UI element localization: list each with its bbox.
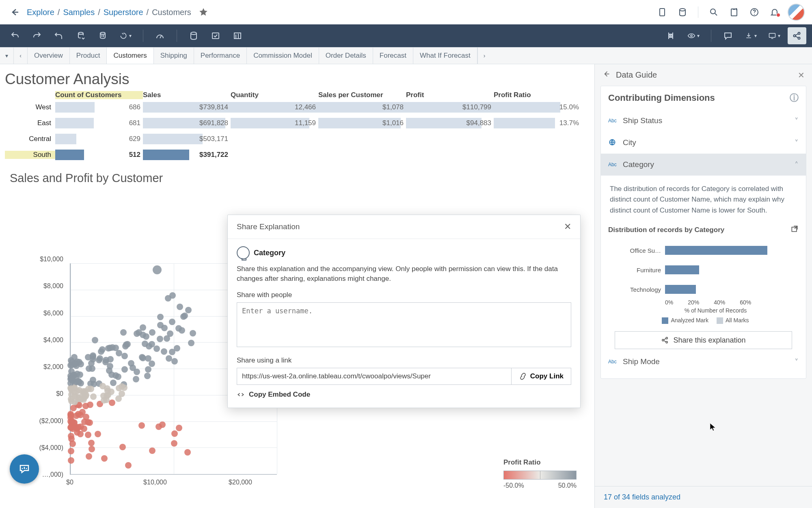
svg-point-1: [680, 9, 685, 11]
dimension-row[interactable]: Abc Ship Status ˅: [608, 110, 799, 132]
tab-commission-model[interactable]: Commission Model: [247, 48, 319, 64]
breadcrumb-explore[interactable]: Explore: [27, 8, 54, 17]
panel-close-icon[interactable]: ✕: [798, 70, 805, 80]
svg-point-8: [191, 32, 197, 35]
dashboard-title: Customer Analysis: [0, 64, 594, 91]
tabstrip: ▾ ‹ OverviewProductCustomersShippingPerf…: [0, 47, 812, 64]
profit-ratio-title: Profit Ratio: [503, 458, 577, 467]
back-icon[interactable]: [7, 5, 22, 20]
tab-overview[interactable]: Overview: [28, 48, 70, 64]
chevron-down-icon: ˅: [795, 357, 799, 367]
mini-bar-chart[interactable]: Office Su… Furniture Technology 0%20%40%…: [612, 241, 799, 324]
tab-forecast[interactable]: Forecast: [373, 48, 413, 64]
kpi-col-header[interactable]: Count of Customers: [55, 91, 143, 99]
data-guide-panel: Data Guide ✕ Contributing Dimensions ⓘ A…: [594, 64, 812, 508]
kpi-table: Count of CustomersSalesQuantitySales per…: [0, 91, 594, 163]
share-link-input[interactable]: [237, 368, 512, 385]
watch-icon[interactable]: ▾: [683, 27, 704, 44]
database-icon[interactable]: [675, 5, 690, 20]
breadcrumb-samples[interactable]: Samples: [63, 8, 95, 17]
kpi-col-header[interactable]: Sales: [143, 91, 231, 99]
share-icon[interactable]: [788, 27, 806, 44]
notifications-icon[interactable]: [767, 5, 782, 20]
profit-ratio-legend: Profit Ratio -50.0%50.0%: [503, 458, 577, 489]
kpi-col-header[interactable]: Quantity: [231, 91, 318, 99]
redo-icon[interactable]: [28, 27, 46, 44]
mini-chart-title: Distribution of records by Category: [608, 226, 724, 234]
kpi-col-header[interactable]: Profit Ratio: [494, 91, 581, 99]
chevron-down-icon: ˅: [795, 138, 799, 148]
kpi-row[interactable]: East681$691,82811,159$1,016$94,88313.7%: [5, 115, 590, 131]
undo-icon[interactable]: [6, 27, 24, 44]
tab-shipping[interactable]: Shipping: [154, 48, 194, 64]
dialog-title: Share Explanation: [237, 222, 300, 231]
kpi-col-header[interactable]: Sales per Customer: [318, 91, 406, 99]
tablet-icon[interactable]: [655, 5, 669, 20]
close-icon[interactable]: ✕: [564, 221, 571, 232]
data-source-icon[interactable]: [184, 27, 203, 44]
search-icon[interactable]: [706, 5, 721, 20]
svg-rect-0: [660, 9, 665, 16]
breadcrumb: Explore/ Samples/ Superstore/ Customers: [27, 8, 191, 17]
dimension-label: Ship Status: [623, 116, 662, 125]
svg-rect-14: [769, 33, 775, 37]
device-layout-icon[interactable]: ▾: [764, 27, 784, 44]
revert-icon[interactable]: [50, 27, 68, 44]
kpi-col-header[interactable]: Profit: [406, 91, 494, 99]
category-heading: Category: [254, 249, 285, 257]
tabs-scroll-right-icon[interactable]: ›: [477, 48, 491, 64]
dimension-label: Category: [623, 160, 654, 169]
breadcrumb-current: Customers: [152, 8, 191, 17]
open-viz-icon[interactable]: [790, 225, 799, 235]
svg-rect-10: [234, 33, 241, 39]
kpi-row[interactable]: West686$739,81412,466$1,078$110,79915.0%: [5, 99, 590, 115]
tasks-icon[interactable]: [727, 5, 741, 20]
favorite-star-icon[interactable]: [196, 5, 211, 20]
tab-what-if-forecast[interactable]: What If Forecast: [413, 48, 477, 64]
tab-product[interactable]: Product: [70, 48, 107, 64]
tabs-dropdown-icon[interactable]: ▾: [0, 48, 14, 64]
ask-data-fab[interactable]: [10, 454, 39, 484]
copy-link-button[interactable]: Copy Link: [512, 368, 571, 385]
tab-performance[interactable]: Performance: [194, 48, 247, 64]
dimension-row[interactable]: City ˅: [608, 132, 799, 154]
kpi-row[interactable]: Central629$503,171: [5, 131, 590, 147]
dialog-description: Share this explanation and the accompany…: [237, 264, 571, 284]
pause-data-icon[interactable]: [93, 27, 112, 44]
share-explanation-dialog: Share Explanation ✕ Category Share this …: [227, 215, 581, 408]
share-people-input[interactable]: [237, 302, 571, 347]
download-icon[interactable]: ▾: [741, 27, 761, 44]
svg-rect-3: [731, 9, 737, 16]
toolbar: ▾ ▾ ▾ ▾: [0, 24, 812, 47]
tabs-scroll-left-icon[interactable]: ‹: [14, 48, 28, 64]
abc-icon: Abc: [608, 359, 619, 365]
performance-icon[interactable]: [151, 27, 169, 44]
view-data-icon[interactable]: [228, 27, 247, 44]
svg-point-2: [710, 9, 715, 14]
help-icon[interactable]: [747, 5, 762, 20]
explain-data-icon[interactable]: [206, 27, 225, 44]
breadcrumb-superstore[interactable]: Superstore: [104, 8, 143, 17]
svg-point-6: [78, 33, 83, 35]
dimension-row[interactable]: Abc Ship Mode ˅: [608, 351, 799, 373]
replay-icon[interactable]: ▾: [115, 27, 136, 44]
copy-embed-button[interactable]: Copy Embed Code: [237, 391, 571, 399]
tab-customers[interactable]: Customers: [107, 48, 153, 64]
abc-icon: Abc: [608, 162, 619, 167]
dimension-label: City: [623, 138, 636, 147]
lightbulb-icon: [237, 246, 250, 259]
panel-back-icon[interactable]: [602, 70, 610, 80]
refresh-data-icon[interactable]: [71, 27, 90, 44]
tab-order-details[interactable]: Order Details: [319, 48, 373, 64]
avatar[interactable]: [788, 4, 805, 21]
comments-icon[interactable]: [719, 27, 737, 44]
data-details-icon[interactable]: [661, 27, 680, 44]
dimension-row[interactable]: Abc Category ˄: [601, 154, 806, 176]
share-explanation-button[interactable]: Share this explanation: [615, 331, 792, 349]
info-icon[interactable]: ⓘ: [790, 92, 799, 104]
share-people-label: Share with people: [237, 291, 571, 299]
panel-footer-status[interactable]: 17 of 34 fields analyzed: [595, 486, 812, 508]
svg-point-7: [100, 33, 105, 35]
abc-icon: Abc: [608, 118, 619, 124]
kpi-row[interactable]: South512$391,722: [5, 147, 590, 163]
